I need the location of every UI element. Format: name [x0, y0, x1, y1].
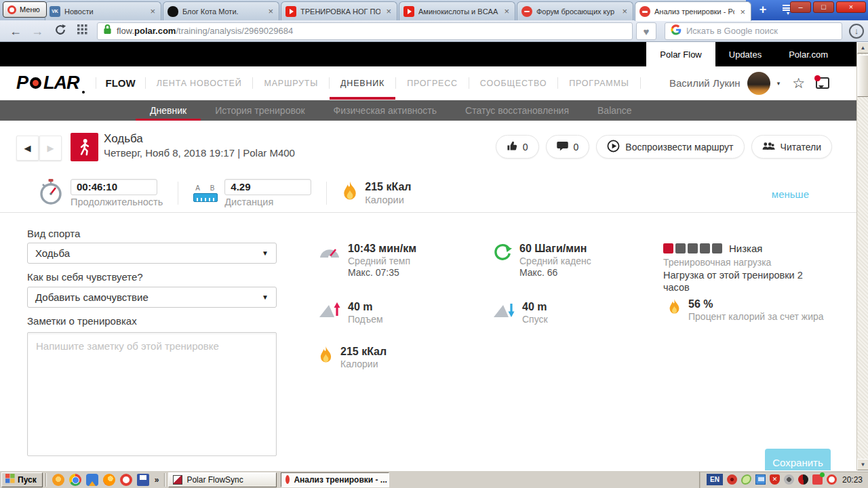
tab-title: Форум бросающих кур [536, 7, 616, 16]
tab-close-icon[interactable]: × [149, 6, 157, 16]
subnav-diary[interactable]: Дневник [136, 100, 201, 121]
chevron-down-icon[interactable]: ▾ [777, 80, 781, 87]
tab-novosti[interactable]: VK Новости × [45, 1, 161, 20]
feeling-select[interactable]: Добавить самочувствие ▼ [27, 287, 277, 308]
nav-community[interactable]: СООБЩЕСТВО [469, 66, 557, 100]
quick-launch-overflow[interactable]: » [152, 475, 162, 485]
cadence-icon [493, 243, 512, 278]
favorites-star-icon[interactable]: ☆ [792, 75, 805, 92]
feeling-select-value: Добавить самочувствие [35, 291, 149, 303]
speed-dial-icon[interactable] [77, 24, 87, 37]
close-button[interactable]: × [836, 1, 866, 13]
subnav-activity[interactable]: Физическая активность [319, 100, 451, 121]
prev-training-button[interactable]: ◀ [16, 136, 39, 161]
distance-input[interactable] [224, 179, 311, 195]
subnav-recovery[interactable]: Статус восстановления [451, 100, 583, 121]
nav-routes[interactable]: МАРШРУТЫ [253, 66, 329, 100]
save-button[interactable]: Сохранить [765, 449, 831, 470]
tray-opera-icon[interactable] [827, 474, 837, 485]
nav-feed[interactable]: ЛЕНТА НОВОСТЕЙ [146, 66, 253, 100]
ql-firefox-icon[interactable] [103, 474, 115, 486]
training-subtitle: Четверг, Нояб 8, 2018 19:17 | Polar M400 [104, 147, 295, 159]
descent-icon [493, 301, 515, 325]
tray-lime-icon[interactable] [741, 474, 751, 485]
nav-progress[interactable]: ПРОГРЕСС [396, 66, 469, 100]
topbar-polar-flow[interactable]: Polar Flow [646, 42, 715, 66]
tab-close-icon[interactable]: × [384, 6, 393, 16]
search-input[interactable] [686, 26, 836, 36]
ql-save-icon[interactable] [137, 474, 149, 486]
tab-close-icon[interactable]: × [738, 7, 747, 17]
readers-button[interactable]: Читатели [751, 135, 832, 159]
user-name[interactable]: Василий Лукин [669, 77, 741, 89]
comment-count: 0 [574, 142, 579, 152]
browser-menu-button[interactable]: Меню [3, 1, 47, 18]
ql-orange-app-icon[interactable] [52, 474, 64, 486]
scroll-up-button[interactable]: ▲ [857, 42, 868, 54]
tray-mail-icon[interactable] [812, 474, 823, 485]
duration-input[interactable] [71, 179, 157, 195]
menu-label: Меню [20, 5, 40, 14]
notes-textarea[interactable] [27, 332, 277, 456]
nav-programs[interactable]: ПРОГРАММЫ [558, 66, 639, 100]
new-tab-button[interactable]: + [754, 3, 772, 18]
language-indicator[interactable]: EN [707, 474, 723, 485]
forward-button[interactable]: → [31, 25, 43, 37]
sport-select[interactable]: Ходьба ▼ [27, 243, 277, 264]
notifications-icon[interactable] [816, 77, 829, 89]
tray-shield-icon[interactable]: ✕ [770, 474, 780, 485]
topbar-updates[interactable]: Updates [715, 42, 775, 66]
tray-flower-icon[interactable] [727, 474, 737, 485]
reload-icon[interactable] [54, 24, 66, 39]
page-icon [639, 6, 650, 17]
start-button[interactable]: Пуск [1, 472, 43, 487]
avatar[interactable] [747, 72, 770, 95]
task-polar-flowsync[interactable]: Polar FlowSync [168, 472, 277, 487]
sport-select-value: Ходьба [35, 247, 70, 259]
tab-forum[interactable]: Форум бросающих кур × [517, 1, 633, 20]
url-field[interactable]: flow.polar.com/training/analysis/2969029… [97, 22, 633, 40]
tab-analiz-active[interactable]: Анализ тренировки - Po × [635, 1, 751, 21]
tray-disc-icon[interactable] [798, 474, 808, 485]
download-icon[interactable]: ↓ [849, 24, 864, 39]
subnav-balance[interactable]: Balance [583, 100, 646, 121]
maximize-button[interactable]: □ [813, 1, 834, 13]
tab-trenirovka[interactable]: ТРЕНИРОВКА НОГ ПО С × [281, 1, 397, 20]
like-button[interactable]: 0 [496, 135, 539, 159]
windows-flag-icon [5, 474, 15, 485]
play-route-button[interactable]: Воспроизвести маршрут [596, 135, 744, 159]
topbar-polar-com[interactable]: Polar.com [775, 42, 842, 66]
tab-close-icon[interactable]: × [267, 6, 275, 16]
tab-blog[interactable]: Блог Кота Моти. × [163, 1, 279, 20]
load-level: Низкая [729, 243, 762, 254]
comment-button[interactable]: 0 [546, 135, 590, 159]
tab-aminokisloty[interactable]: Аминокислоты и BCAA, × [399, 1, 515, 20]
subnav-history[interactable]: История тренировок [201, 100, 319, 121]
window-controls: – □ × [790, 1, 866, 13]
less-link[interactable]: меньше [772, 188, 809, 200]
ql-chrome-icon[interactable] [69, 474, 81, 486]
tray-camera-icon[interactable] [784, 474, 794, 485]
tempo-max: Макс. 07:35 [348, 267, 416, 278]
scrollbar-thumb[interactable] [857, 55, 868, 97]
speedometer-icon [319, 243, 340, 278]
comment-bubble-icon [557, 141, 568, 153]
polar-logo[interactable]: PLAR [16, 66, 85, 100]
next-training-button[interactable]: ▶ [39, 136, 62, 161]
tab-close-icon[interactable]: × [502, 6, 511, 16]
task-title: Polar FlowSync [186, 475, 243, 485]
task-analiz-trenirovki[interactable]: Анализ тренировки - ... [281, 472, 389, 487]
polar-logo-text: LAR [43, 73, 79, 94]
back-button[interactable]: ← [9, 25, 22, 37]
tray-network-icon[interactable] [755, 474, 766, 485]
scroll-down-button[interactable]: ▼ [857, 459, 868, 470]
nav-diary[interactable]: ДНЕВНИК [330, 66, 395, 100]
search-box[interactable] [665, 22, 842, 40]
page-scrollbar[interactable]: ▲ ▼ [856, 42, 868, 470]
tab-close-icon[interactable]: × [620, 6, 629, 16]
ql-opera-icon[interactable] [120, 474, 132, 486]
bookmark-heart-icon[interactable]: ♥ [636, 22, 656, 40]
minimize-button[interactable]: – [790, 1, 811, 13]
user-area: Василий Лукин ▾ ☆ [669, 66, 856, 100]
ql-blue-app-icon[interactable] [86, 474, 98, 486]
